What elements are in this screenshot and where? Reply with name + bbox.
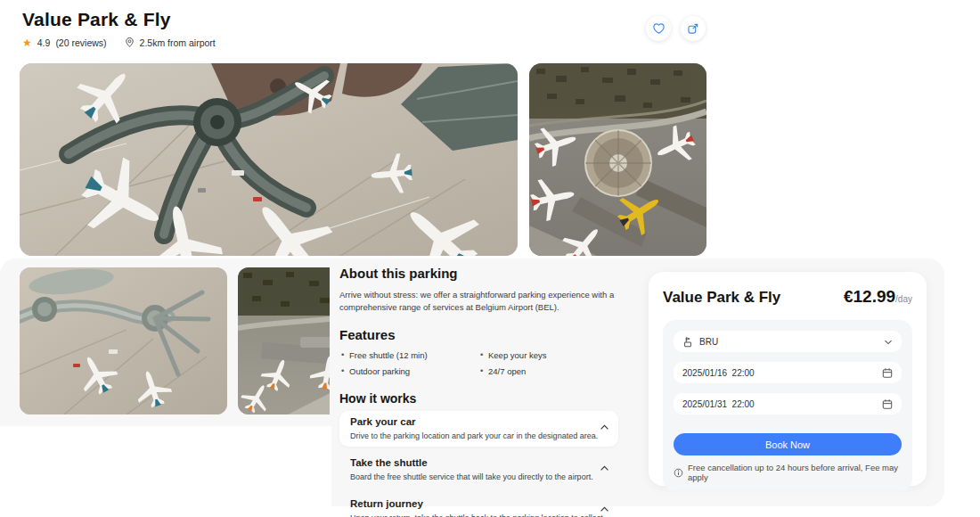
booking-form-panel: BRU 2025/01/16 22:00 2025/01/31 22:00 Bo…: [663, 320, 912, 491]
left-column-lower-background: [0, 426, 331, 508]
step-description: Board the free shuttle service that will…: [350, 472, 608, 481]
features-column-2: Keep your keys 24/7 open: [478, 350, 617, 382]
about-description: Arrive without stress: we offer a straig…: [339, 289, 618, 315]
price-unit: /day: [895, 294, 912, 304]
gallery-photo-rotunda-aerial[interactable]: [529, 63, 706, 256]
distance-from-airport: 2.5km from airport: [140, 37, 216, 48]
feature-item: Free shuttle (12 min): [339, 350, 478, 360]
step-description: Upon your return, take the shuttle back …: [350, 513, 608, 517]
how-it-works-heading: How it works: [339, 391, 618, 406]
dropoff-datetime-value: 2025/01/16 22:00: [682, 368, 755, 378]
heart-icon: [652, 22, 666, 35]
info-icon: [674, 468, 683, 478]
rating-distance-row: ★ 4.9 (20 reviews) 2.5km from airport: [22, 37, 216, 48]
parking-info-column: About this parking Arrive without stress…: [339, 258, 618, 506]
rating-value: 4.9: [37, 37, 51, 48]
airport-icon: [682, 336, 693, 348]
feature-item: Keep your keys: [478, 350, 617, 360]
dropoff-datetime-field[interactable]: 2025/01/16 22:00: [674, 362, 902, 383]
favorite-button[interactable]: [646, 16, 671, 41]
airport-code: BRU: [699, 337, 718, 347]
cancellation-note-text: Free cancellation up to 24 hours before …: [688, 463, 902, 482]
calendar-icon[interactable]: [882, 398, 893, 410]
feature-item: Outdoor parking: [339, 366, 478, 376]
about-heading: About this parking: [339, 266, 618, 281]
accordion-step-park-your-car[interactable]: Park your car Drive to the parking locat…: [339, 411, 618, 447]
step-title: Take the shuttle: [350, 457, 608, 468]
share-icon: [687, 22, 699, 35]
chevron-up-icon[interactable]: [600, 500, 609, 516]
page-title: Value Park & Fly: [22, 9, 171, 30]
gallery-photo-main-terminal-aerial[interactable]: [20, 63, 518, 256]
parking-detail-page: Value Park & Fly ★ 4.9 (20 reviews) 2.5k…: [0, 0, 980, 517]
book-now-button[interactable]: Book Now: [674, 433, 902, 455]
chevron-up-icon[interactable]: [600, 459, 609, 475]
booking-card: Value Park & Fly €12.99 /day BRU 2025/01…: [649, 272, 927, 486]
booking-card-header: Value Park & Fly €12.99 /day: [663, 287, 912, 307]
step-description: Drive to the parking location and park y…: [350, 431, 608, 440]
accordion-step-return-journey[interactable]: Return journey Upon your return, take th…: [339, 493, 618, 517]
price: €12.99 /day: [844, 287, 912, 307]
price-value: €12.99: [844, 287, 895, 307]
step-title: Return journey: [350, 498, 608, 509]
cancellation-note: Free cancellation up to 24 hours before …: [674, 463, 902, 482]
features-list: Free shuttle (12 min) Outdoor parking Ke…: [339, 350, 618, 382]
reviews-count: (20 reviews): [55, 37, 106, 48]
pickup-datetime-field[interactable]: 2025/01/31 22:00: [674, 393, 902, 414]
chevron-up-icon[interactable]: [600, 418, 609, 434]
booking-title: Value Park & Fly: [663, 289, 780, 307]
pickup-datetime-value: 2025/01/31 22:00: [682, 399, 755, 409]
gallery-thumbnail-pier-aerial[interactable]: [20, 267, 227, 414]
star-icon: ★: [22, 37, 32, 48]
feature-item: 24/7 open: [478, 366, 617, 376]
accordion-step-take-the-shuttle[interactable]: Take the shuttle Board the free shuttle …: [339, 452, 618, 488]
calendar-icon[interactable]: [882, 367, 893, 379]
share-button[interactable]: [681, 16, 706, 41]
chevron-down-icon: [884, 339, 893, 345]
features-column-1: Free shuttle (12 min) Outdoor parking: [339, 350, 478, 382]
step-title: Park your car: [350, 416, 608, 427]
gallery-thumbnail-terminal-city-aerial[interactable]: [238, 267, 330, 414]
airport-select[interactable]: BRU: [674, 331, 902, 352]
location-pin-icon: [125, 37, 135, 48]
features-heading: Features: [339, 327, 618, 342]
